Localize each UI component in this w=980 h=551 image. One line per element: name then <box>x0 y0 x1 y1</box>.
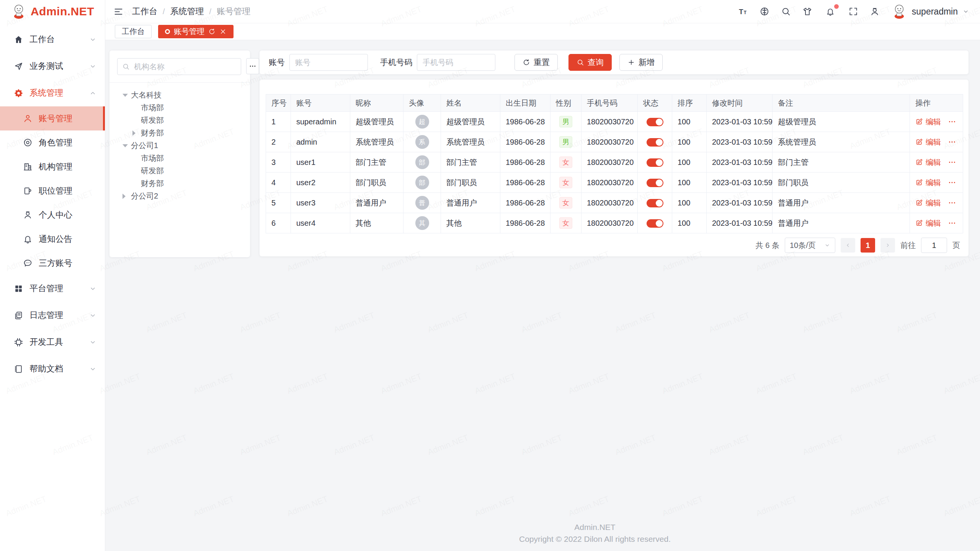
cell-nickname: 其他 <box>350 213 403 233</box>
filter-bar: 账号 手机号码 重置 查询 新增 <box>260 51 969 74</box>
next-page-button[interactable] <box>880 238 895 253</box>
font-size-icon[interactable]: TT <box>738 7 748 16</box>
tree-node[interactable]: 财务部 <box>117 127 242 139</box>
cell-remark: 部门职员 <box>773 173 910 193</box>
language-icon[interactable] <box>760 7 769 16</box>
cell-status <box>638 193 672 213</box>
query-button[interactable]: 查询 <box>568 54 612 71</box>
user-menu[interactable]: superadmin <box>891 3 969 20</box>
notification-bell-icon[interactable] <box>824 6 837 17</box>
chevron-down-icon <box>89 285 96 292</box>
sidebar-item-business-test[interactable]: 业务测试 <box>0 53 105 80</box>
status-toggle[interactable] <box>647 118 663 126</box>
tree-node[interactable]: 财务部 <box>117 177 242 190</box>
sidebar-item-personal-center[interactable]: 个人中心 <box>0 203 105 227</box>
edit-button[interactable]: 编辑 <box>915 198 941 208</box>
sidebar-item-help-docs[interactable]: 帮助文档 <box>0 355 105 382</box>
tree-node[interactable]: 市场部 <box>117 152 242 165</box>
cell-name: 其他 <box>441 213 500 233</box>
breadcrumb-item[interactable]: 系统管理 <box>170 6 204 17</box>
tree-node-label: 市场部 <box>141 103 164 113</box>
cell-remark: 系统管理员 <box>773 132 910 152</box>
user-avatar <box>891 3 907 20</box>
page-size-select[interactable]: 10条/页 <box>785 238 835 253</box>
total-count: 共 6 条 <box>756 240 779 251</box>
sidebar-item-platform-manage[interactable]: 平台管理 <box>0 275 105 302</box>
edit-button-label: 编辑 <box>926 178 941 188</box>
account-filter-input[interactable] <box>289 54 368 71</box>
breadcrumb-item[interactable]: 工作台 <box>132 6 157 17</box>
status-toggle[interactable] <box>647 138 663 147</box>
fullscreen-icon[interactable] <box>848 7 858 16</box>
edit-button[interactable]: 编辑 <box>915 117 941 127</box>
more-actions-button[interactable] <box>948 138 956 146</box>
sidebar-item-third-party-account[interactable]: 三方账号 <box>0 251 105 275</box>
more-actions-button[interactable] <box>948 199 956 207</box>
cell-gender: 男 <box>550 132 581 152</box>
row-actions: 编辑 <box>915 198 957 208</box>
cell-actions: 编辑 <box>910 213 963 233</box>
edit-button[interactable]: 编辑 <box>915 218 941 228</box>
add-button[interactable]: 新增 <box>619 54 663 71</box>
sidebar-item-workbench[interactable]: 工作台 <box>0 26 105 53</box>
cell-birth-date: 1986-06-28 <box>500 112 550 132</box>
tree-node[interactable]: 分公司1 <box>117 139 242 152</box>
tab-close-icon[interactable] <box>219 28 227 35</box>
sidebar-item-position-manage[interactable]: 职位管理 <box>0 179 105 203</box>
tabbar: 工作台 账号管理 <box>105 23 980 40</box>
tree-node[interactable]: 研发部 <box>117 114 242 127</box>
sidebar-item-account-manage[interactable]: 账号管理 <box>0 106 105 130</box>
cell-name: 普通用户 <box>441 193 500 213</box>
tab-refresh-icon[interactable] <box>208 28 216 35</box>
org-tree: 大名科技市场部研发部财务部分公司1市场部研发部财务部分公司2 <box>117 83 242 202</box>
sidebar-item-system-manage[interactable]: 系统管理 <box>0 80 105 106</box>
tree-node[interactable]: 研发部 <box>117 165 242 177</box>
tab-account-manage[interactable]: 账号管理 <box>158 25 234 38</box>
logo[interactable]: Admin.NET <box>0 0 105 23</box>
menu-collapse-icon[interactable] <box>113 7 124 17</box>
cell-name: 超级管理员 <box>441 112 500 132</box>
current-page-button[interactable]: 1 <box>861 238 875 253</box>
reset-button[interactable]: 重置 <box>514 54 558 71</box>
org-name-search-field[interactable] <box>117 58 241 75</box>
role-icon <box>23 138 33 147</box>
status-toggle[interactable] <box>647 199 663 207</box>
tree-more-button[interactable] <box>246 58 259 74</box>
sidebar-item-org-manage[interactable]: 机构管理 <box>0 155 105 179</box>
status-toggle[interactable] <box>647 158 663 167</box>
profile-icon[interactable] <box>870 7 880 16</box>
goto-page-input[interactable] <box>921 238 947 253</box>
sidebar-item-log-manage[interactable]: 日志管理 <box>0 302 105 329</box>
tree-node[interactable]: 大名科技 <box>117 89 242 101</box>
sidebar-item-role-manage[interactable]: 角色管理 <box>0 130 105 155</box>
edit-button[interactable]: 编辑 <box>915 137 941 147</box>
org-name-search-input[interactable] <box>133 62 236 72</box>
more-actions-button[interactable] <box>948 219 956 227</box>
tree-node[interactable]: 市场部 <box>117 101 242 114</box>
bell-icon <box>23 234 33 244</box>
edit-button[interactable]: 编辑 <box>915 178 941 188</box>
cell-sort: 100 <box>672 152 707 173</box>
prev-page-button[interactable] <box>841 238 855 253</box>
sidebar-item-dev-tools[interactable]: 开发工具 <box>0 329 105 355</box>
theme-icon[interactable] <box>802 7 812 16</box>
more-actions-button[interactable] <box>948 117 956 126</box>
more-actions-button[interactable] <box>948 178 956 187</box>
edit-button-label: 编辑 <box>926 137 941 147</box>
status-toggle[interactable] <box>647 219 663 228</box>
more-actions-button[interactable] <box>948 158 956 166</box>
tab-label: 工作台 <box>122 26 145 37</box>
sidebar-item-label: 账号管理 <box>39 113 96 124</box>
phone-filter-input[interactable] <box>417 54 495 71</box>
sidebar-item-notice[interactable]: 通知公告 <box>0 227 105 251</box>
svg-text:T: T <box>739 8 743 16</box>
sidebar-menu: 工作台业务测试系统管理账号管理角色管理机构管理职位管理个人中心通知公告三方账号平… <box>0 23 105 382</box>
cell-account: admin <box>291 132 350 152</box>
edit-button[interactable]: 编辑 <box>915 157 941 168</box>
tree-node[interactable]: 分公司2 <box>117 190 242 202</box>
row-actions: 编辑 <box>915 137 957 147</box>
search-icon[interactable] <box>781 7 791 16</box>
tab-workbench[interactable]: 工作台 <box>115 25 152 38</box>
status-toggle[interactable] <box>647 179 663 187</box>
caret-right-icon <box>132 130 136 136</box>
